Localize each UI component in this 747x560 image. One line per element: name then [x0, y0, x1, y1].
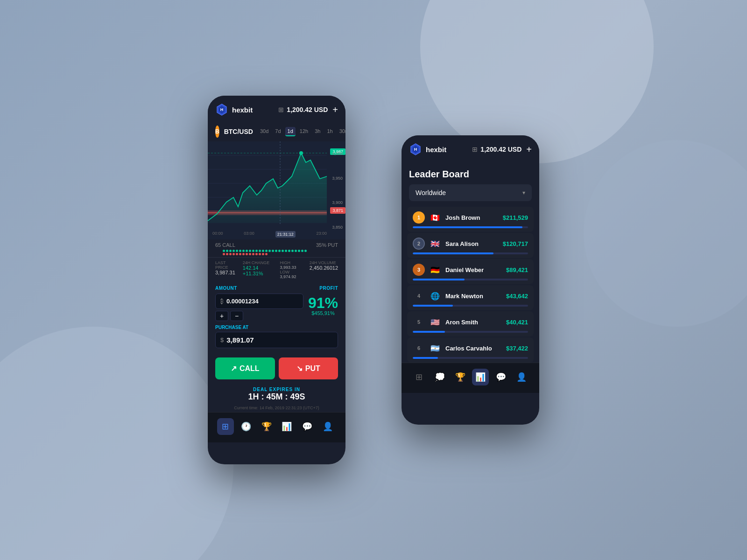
time-btn-30m[interactable]: 30m [337, 127, 345, 136]
nav-trophy-button[interactable]: 🏆 [258, 418, 275, 435]
leader-top-5: 5 🇺🇸 Aron Smith $40,421 [413, 316, 528, 328]
time-btn-12h[interactable]: 12h [297, 127, 310, 136]
leader-amount-4: $43,642 [506, 293, 528, 300]
put-button-label: PUT [305, 364, 320, 373]
progress-bar-bg-4 [413, 305, 528, 307]
phone2-nav-trophy-button[interactable]: 🏆 [452, 369, 469, 385]
phones-container: H hexbit ⊞ 1,200.42 USD + B BTC/USD 30d … [208, 96, 539, 464]
profit-label: PROFIT [319, 286, 338, 291]
phone2-header: H hexbit ⊞ 1,200.42 USD + [402, 135, 539, 161]
leader-amount-3: $89,421 [506, 266, 528, 273]
high-label: HIGH 3,993.33 [280, 260, 302, 270]
time-btn-1d[interactable]: 1d [285, 127, 296, 136]
progress-bar-fill-3 [413, 279, 465, 280]
phone2-app-name-label: hexbit [426, 146, 446, 154]
low-label: LOW 3,974.92 [280, 270, 302, 279]
phone2-nav-user-button[interactable]: 👤 [513, 369, 530, 385]
call-button[interactable]: ↗ CALL [215, 357, 275, 379]
flag-icon-4: 🌐 [430, 290, 441, 301]
amount-input[interactable]: ₿ 0.00001234 [215, 294, 303, 309]
time-23: 23:00 [316, 231, 327, 238]
phone2-nav-chat-bubble-button[interactable]: 💭 [431, 369, 448, 385]
price-chart [208, 141, 345, 239]
time-btn-7d[interactable]: 7d [273, 127, 283, 136]
chevron-down-icon: ▾ [522, 189, 525, 196]
purchase-at-label: PURCHASE AT [215, 325, 338, 330]
progress-dots-bar [215, 250, 338, 253]
trading-section: AMOUNT PROFIT ₿ 0.00001234 + − 91% $455 [208, 281, 345, 353]
trade-labels: AMOUNT PROFIT [215, 286, 338, 291]
wallet-icon: ⊞ [278, 106, 284, 113]
time-03: 03:00 [244, 231, 254, 238]
time-btn-1h[interactable]: 1h [324, 127, 335, 136]
call-arrow-icon: ↗ [231, 364, 237, 373]
amount-plus-button[interactable]: + [215, 311, 228, 321]
progress-bar-fill-1 [413, 226, 522, 228]
svg-text:H: H [414, 147, 417, 152]
phone1: H hexbit ⊞ 1,200.42 USD + B BTC/USD 30d … [208, 96, 345, 464]
btc-symbol: ₿ [220, 298, 224, 305]
purchase-value: 3,891.07 [226, 336, 254, 344]
region-selector[interactable]: Worldwide ▾ [409, 184, 532, 201]
purchase-input[interactable]: $ 3,891.07 [215, 332, 338, 348]
list-item: 5 🇺🇸 Aron Smith $40,421 [407, 311, 534, 336]
amount-col: ₿ 0.00001234 + − [215, 294, 303, 321]
progress-bar-bg-3 [413, 279, 528, 280]
change-label: 24H CHANGE [243, 260, 273, 265]
rank-badge-4: 4 [413, 290, 425, 302]
flag-icon-1: 🇨🇦 [430, 212, 441, 223]
high-stat: HIGH 3,993.33 LOW 3,974.92 [280, 260, 302, 279]
chart-area: 3,987 3,871 4,000 3,950 3,900 3,850 00:0… [208, 141, 345, 239]
put-percentage: 35% PUT [316, 242, 338, 248]
price-3850: 3,850 [332, 225, 343, 230]
time-btn-30d[interactable]: 30d [258, 127, 271, 136]
phone1-header: H hexbit ⊞ 1,200.42 USD + [208, 96, 345, 122]
leaderboard-title: Leader Board [402, 161, 539, 184]
list-item: 6 🇦🇷 Carlos Carvahlo $37,422 [407, 337, 534, 363]
deal-timer: 1H : 45M : 49S [215, 392, 338, 402]
leader-top-6: 6 🇦🇷 Carlos Carvahlo $37,422 [413, 342, 528, 354]
call-dots [223, 250, 307, 252]
balance-display: ⊞ 1,200.42 USD [278, 106, 328, 113]
amount-minus-button[interactable]: − [230, 311, 243, 321]
leader-amount-5: $40,421 [506, 319, 528, 326]
price-labels: 4,000 3,950 3,900 3,850 [332, 141, 343, 239]
time-btn-3h[interactable]: 3h [312, 127, 323, 136]
phone2-logo-area: H hexbit [409, 143, 446, 156]
leader-top-1: 1 🇨🇦 Josh Brown $211,529 [413, 211, 528, 224]
phone2-add-funds-button[interactable]: + [526, 144, 532, 155]
nav-chat-button[interactable]: 💬 [299, 418, 316, 435]
btc-badge[interactable]: B [215, 126, 219, 138]
progress-bar-bg-6 [413, 357, 528, 359]
nav-chart-button[interactable]: 📊 [278, 418, 295, 435]
phone2-nav-chart-button[interactable]: 📊 [472, 369, 489, 385]
list-item: 4 🌐 Mark Newton $43,642 [407, 285, 534, 310]
put-button[interactable]: ↘ PUT [279, 357, 338, 379]
progress-bar-fill-4 [413, 305, 453, 307]
header-right: ⊞ 1,200.42 USD + [278, 105, 338, 115]
nav-clock-button[interactable]: 🕐 [238, 418, 254, 435]
list-item: 3 🇩🇪 Daniel Weber $89,421 [407, 259, 534, 284]
leader-amount-6: $37,422 [506, 345, 528, 352]
nav-grid-button[interactable]: ⊞ [217, 418, 234, 435]
call-percentage: 65 CALL [215, 242, 235, 248]
leader-name-6: Carlos Carvahlo [445, 345, 501, 352]
pair-name[interactable]: BTC/USD [224, 128, 253, 135]
time-buttons: 30d 7d 1d 12h 3h 1h 30m [258, 127, 345, 136]
change-stat: 24H CHANGE 142.14 +11.31% [243, 260, 273, 279]
price-3900: 3,900 [332, 200, 343, 205]
progress-bar-bg-1 [413, 226, 528, 228]
progress-bar-fill-2 [413, 252, 493, 254]
add-funds-button[interactable]: + [332, 105, 338, 115]
nav-user-button[interactable]: 👤 [319, 418, 336, 435]
call-button-label: CALL [240, 364, 260, 373]
time-00: 00:00 [212, 231, 223, 238]
current-time: Current time: 14 Feb, 2019 22:31:23 (UTC… [208, 404, 345, 412]
logo-area: H hexbit [215, 103, 253, 116]
flag-icon-2: 🇬🇧 [430, 238, 441, 249]
leader-name-1: Josh Brown [445, 214, 498, 221]
phone2-nav-grid-button[interactable]: ⊞ [411, 369, 428, 385]
svg-text:H: H [220, 107, 224, 112]
phone2-nav-message-button[interactable]: 💬 [493, 369, 509, 385]
deal-section: DEAL EXPIRES IN 1H : 45M : 49S [208, 384, 345, 404]
